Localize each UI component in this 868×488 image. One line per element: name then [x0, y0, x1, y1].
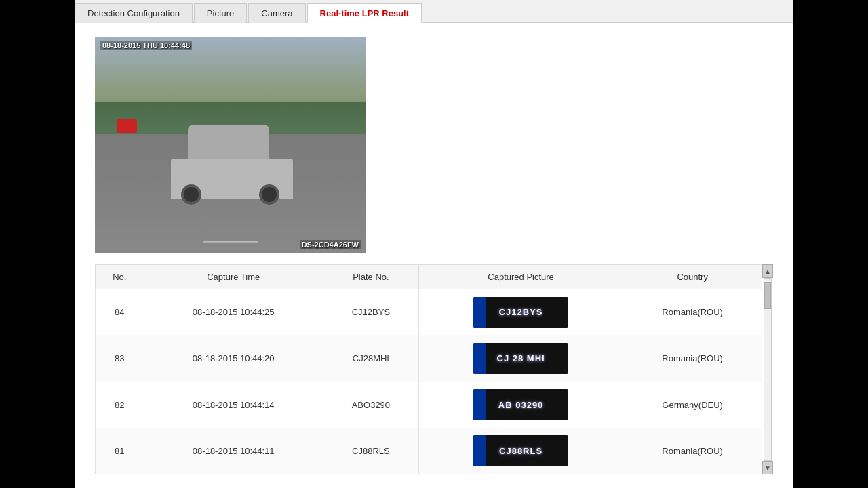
plate-image: AB 03290: [473, 389, 568, 420]
col-header-capture-time: Capture Time: [144, 265, 323, 289]
cell-plate-no: ABO3290: [323, 382, 418, 428]
camera-timestamp: 08-18-2015 THU 10:44:48: [100, 41, 192, 50]
cell-capture-time: 08-18-2015 10:44:20: [144, 336, 323, 382]
main-car: [171, 118, 293, 199]
cell-country: Romania(ROU): [623, 336, 762, 382]
cell-capture-time: 08-18-2015 10:44:11: [144, 428, 323, 474]
cell-capture-time: 08-18-2015 10:44:25: [144, 289, 323, 336]
content-area: 08-18-2015 THU 10:44:48 DS-2CD4A26FW No.…: [75, 23, 793, 488]
cell-captured-picture: CJ88RLS: [418, 428, 623, 474]
scroll-thumb[interactable]: [764, 282, 771, 309]
plate-image: CJ12BYS: [473, 297, 568, 328]
cell-no: 82: [96, 382, 144, 428]
tab-camera[interactable]: Camera: [248, 3, 305, 23]
results-table: No. Capture Time Plate No. Captured Pict…: [95, 264, 762, 474]
red-car: [117, 119, 137, 133]
col-header-no: No.: [96, 265, 144, 289]
cell-no: 81: [96, 428, 144, 474]
cell-captured-picture: CJ 28 MHI: [418, 336, 623, 382]
table-row: 8108-18-2015 10:44:11CJ88RLSCJ88RLSRoman…: [96, 428, 762, 474]
scroll-track[interactable]: [764, 278, 772, 461]
cell-plate-no: CJ12BYS: [323, 289, 418, 336]
cell-captured-picture: CJ12BYS: [418, 289, 623, 336]
col-header-country: Country: [623, 265, 762, 289]
table-row: 8308-18-2015 10:44:20CJ28MHICJ 28 MHIRom…: [96, 336, 762, 382]
table-section: No. Capture Time Plate No. Captured Pict…: [95, 264, 773, 474]
tab-realtime-lpr[interactable]: Real-time LPR Result: [307, 3, 422, 23]
cell-plate-no: CJ28MHI: [323, 336, 418, 382]
tab-detection-config[interactable]: Detection Configuration: [75, 3, 193, 23]
camera-feed: 08-18-2015 THU 10:44:48 DS-2CD4A26FW: [95, 37, 366, 253]
scroll-up-button[interactable]: ▲: [762, 264, 773, 278]
table-row: 8408-18-2015 10:44:25CJ12BYSCJ12BYSRoman…: [96, 289, 762, 336]
cell-country: Germany(DEU): [623, 382, 762, 428]
scroll-down-button[interactable]: ▼: [762, 461, 773, 474]
cell-plate-no: CJ88RLS: [323, 428, 418, 474]
scrollbar: ▲ ▼: [762, 264, 773, 474]
plate-image: CJ 28 MHI: [473, 343, 568, 374]
plate-image: CJ88RLS: [473, 435, 568, 466]
cell-no: 83: [96, 336, 144, 382]
tab-picture[interactable]: Picture: [194, 3, 247, 23]
cell-country: Romania(ROU): [623, 428, 762, 474]
camera-watermark: DS-2CD4A26FW: [300, 240, 361, 249]
cell-capture-time: 08-18-2015 10:44:14: [144, 382, 323, 428]
cell-no: 84: [96, 289, 144, 336]
table-row: 8208-18-2015 10:44:14ABO3290AB 03290Germ…: [96, 382, 762, 428]
main-container: Detection Configuration Picture Camera R…: [75, 0, 793, 488]
col-header-captured-picture: Captured Picture: [418, 265, 623, 289]
tab-bar: Detection Configuration Picture Camera R…: [75, 0, 793, 23]
col-header-plate-no: Plate No.: [323, 265, 418, 289]
cell-captured-picture: AB 03290: [418, 382, 623, 428]
cell-country: Romania(ROU): [623, 289, 762, 336]
